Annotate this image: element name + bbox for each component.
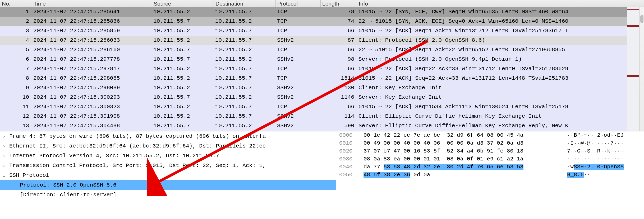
packet-cell-protocol: TCP (275, 102, 320, 112)
tree-row[interactable]: ›Transmission Control Protocol, Src Port… (0, 161, 336, 170)
packet-cell-protocol: TCP (275, 7, 320, 17)
packet-cell-info: Server: Protocol (SSH-2.0-OpenSSH_9.4p1 … (357, 55, 639, 64)
hex-ascii: ·I··@·@· ····7··· (567, 139, 624, 147)
packet-cell-protocol: TCP (275, 45, 320, 55)
packet-cell-protocol: TCP (275, 26, 320, 36)
hex-row[interactable]: 005048 5f 38 2e 36 0d 0aH_8.6·· (336, 171, 644, 179)
packet-cell-time: 2024-11-07 22:47:15.304488 (32, 121, 152, 131)
column-header-info[interactable]: Info (357, 0, 639, 7)
packet-cell-time: 2024-11-07 22:47:15.301908 (32, 112, 152, 121)
packet-row[interactable]: 12024-11-07 22:47:15.28564110.211.55.210… (0, 7, 639, 17)
packet-cell-info: 51015 → 22 [ACK] Seq=22 Ack=33 Win=13171… (357, 64, 639, 74)
tree-row[interactable]: ⌄SSH Protocol (0, 170, 336, 180)
packet-cell-time: 2024-11-07 22:47:15.286033 (32, 36, 152, 45)
hex-ascii: ·wSSH-2. 0-OpenSS (567, 163, 624, 171)
packet-cell-info: 22 → 51015 [SYN, ACK, ECE] Seq=0 Ack=1 W… (357, 17, 639, 26)
packet-row[interactable]: 62024-11-07 22:47:15.29777810.211.55.710… (0, 55, 639, 64)
packet-row[interactable]: 82024-11-07 22:47:15.29808510.211.55.210… (0, 74, 639, 83)
packet-row[interactable]: 132024-11-07 22:47:15.30448810.211.55.71… (0, 121, 639, 131)
hex-row[interactable]: 000000 1c 42 22 ec 7e ae bc 32 d9 6f 64 … (336, 131, 644, 139)
tree-row-text: Protocol: SSH-2.0-OpenSSH_8.6 (8, 182, 116, 188)
packet-cell-dest: 10.211.55.7 (214, 36, 275, 45)
column-header-time[interactable]: Time (32, 0, 152, 7)
hex-bytes: 08 0a 83 ea 00 00 01 01 08 0a 0f 01 e9 c… (364, 155, 523, 163)
column-header-source[interactable]: Source (152, 0, 214, 7)
tree-row[interactable]: [Direction: client-to-server] (0, 190, 336, 200)
packet-cell-source: 10.211.55.2 (152, 102, 214, 112)
packet-cell-protocol: SSHv2 (275, 112, 320, 121)
tree-expand-icon[interactable]: › (0, 141, 8, 151)
tree-row[interactable]: ›Frame 4: 87 bytes on wire (696 bits), 8… (0, 131, 336, 141)
packet-cell-dest: 10.211.55.2 (214, 17, 275, 26)
packet-cell-info: Server: Key Exchange Init (357, 93, 639, 102)
packet-cell-length: 66 (320, 102, 357, 112)
hex-row[interactable]: 003008 0a 83 ea 00 00 01 01 08 0a 0f 01 … (336, 155, 644, 163)
scrollbar-thumb[interactable] (640, 15, 643, 23)
packet-cell-protocol: SSHv2 (275, 83, 320, 93)
packet-cell-protocol: SSHv2 (275, 36, 320, 45)
packet-cell-length: 130 (320, 83, 357, 93)
hex-row[interactable]: 0040da 77 53 53 48 2d 32 2e 30 2d 4f 70 … (336, 163, 644, 171)
hex-ascii: H_8.6·· (567, 171, 590, 179)
packet-row[interactable]: 22024-11-07 22:47:15.28583610.211.55.710… (0, 17, 639, 26)
tree-expand-icon[interactable]: › (0, 132, 8, 141)
packet-row[interactable]: 52024-11-07 22:47:15.28616010.211.55.710… (0, 45, 639, 55)
tree-row[interactable]: Protocol: SSH-2.0-OpenSSH_8.6 (0, 180, 336, 190)
packet-cell-time: 2024-11-07 22:47:15.297817 (32, 64, 152, 74)
packet-cell-source: 10.211.55.7 (152, 45, 214, 55)
hex-row[interactable]: 002037 07 c7 47 00 16 53 5f 52 84 a4 6b … (336, 147, 644, 155)
packet-cell-time: 2024-11-07 22:47:15.300293 (32, 93, 152, 102)
packet-row[interactable]: 112024-11-07 22:47:15.30032310.211.55.21… (0, 102, 639, 112)
packet-cell-source: 10.211.55.7 (152, 55, 214, 64)
packet-minimap[interactable] (627, 7, 639, 131)
packet-list-rows: 12024-11-07 22:47:15.28564110.211.55.210… (0, 7, 639, 131)
packet-cell-dest: 10.211.55.7 (214, 26, 275, 36)
tree-collapse-icon[interactable]: ⌄ (0, 171, 8, 180)
packet-details-tree: ›Frame 4: 87 bytes on wire (696 bits), 8… (0, 131, 336, 219)
hex-ascii: ··B"·~·· 2·od··EJ (567, 131, 624, 139)
packet-cell-dest: 10.211.55.7 (214, 102, 275, 112)
packet-cell-info: Client: Protocol (SSH-2.0-OpenSSH_8.6) (357, 36, 639, 45)
packet-row[interactable]: 92024-11-07 22:47:15.29808910.211.55.210… (0, 83, 639, 93)
tree-expand-icon[interactable]: › (0, 161, 8, 170)
packet-cell-dest: 10.211.55.2 (214, 93, 275, 102)
hex-bytes: 37 07 c7 47 00 16 53 5f 52 84 a4 6b 91 f… (364, 147, 523, 155)
packet-list-scrollbar[interactable] (639, 7, 644, 131)
packet-cell-info: Server: Elliptic Curve Diffie-Hellman Ke… (357, 121, 639, 131)
tree-expand-icon[interactable]: › (0, 151, 8, 161)
packet-cell-source: 10.211.55.2 (152, 83, 214, 93)
packet-cell-no: 4 (0, 36, 32, 45)
column-header-protocol[interactable]: Protocol (275, 0, 320, 7)
packet-cell-length: 66 (320, 45, 357, 55)
hex-bytes: 48 5f 38 2e 36 0d 0a (364, 171, 430, 179)
tree-row[interactable]: ›Internet Protocol Version 4, Src: 10.21… (0, 151, 336, 161)
packet-cell-source: 10.211.55.7 (152, 17, 214, 26)
tree-row[interactable]: ›Ethernet II, Src: ae:bc:32:d9:6f:64 (ae… (0, 141, 336, 151)
packet-cell-info: Client: Elliptic Curve Diffie-Hellman Ke… (357, 112, 639, 121)
hex-offset: 0000 (339, 131, 352, 139)
packet-row[interactable]: 72024-11-07 22:47:15.29781710.211.55.210… (0, 64, 639, 74)
packet-cell-dest: 10.211.55.2 (214, 121, 275, 131)
packet-list-header: No.TimeSourceDestinationProtocolLengthIn… (0, 0, 644, 7)
packet-row[interactable]: 122024-11-07 22:47:15.30190810.211.55.21… (0, 112, 639, 121)
tree-row-text: SSH Protocol (8, 172, 49, 178)
packet-cell-protocol: SSHv2 (275, 93, 320, 102)
packet-cell-time: 2024-11-07 22:47:15.286160 (32, 45, 152, 55)
packet-cell-length: 1514 (320, 74, 357, 83)
column-header-dest[interactable]: Destination (214, 0, 275, 7)
hex-bytes: da 77 53 53 48 2d 32 2e 30 2d 4f 70 65 6… (364, 163, 523, 171)
packet-cell-no: 1 (0, 7, 32, 17)
column-header-no[interactable]: No. (0, 0, 32, 7)
hex-offset: 0030 (339, 155, 352, 163)
packet-cell-protocol: TCP (275, 64, 320, 74)
hex-bytes: 00 1c 42 22 ec 7e ae bc 32 d9 6f 64 08 0… (364, 131, 523, 139)
packet-cell-info: Client: Key Exchange Init (357, 83, 639, 93)
packet-row[interactable]: 32024-11-07 22:47:15.28585910.211.55.210… (0, 26, 639, 36)
packet-row[interactable]: 42024-11-07 22:47:15.28603310.211.55.210… (0, 36, 639, 45)
packet-row[interactable]: 102024-11-07 22:47:15.30029310.211.55.71… (0, 93, 639, 102)
packet-cell-no: 2 (0, 17, 32, 26)
packet-cell-length: 87 (320, 36, 357, 45)
hex-row[interactable]: 001000 49 00 00 40 00 40 06 00 00 0a d3 … (336, 139, 644, 147)
column-header-length[interactable]: Length (320, 0, 357, 7)
hex-bytes: 00 49 00 00 40 00 40 06 00 00 0a d3 37 0… (364, 139, 523, 147)
